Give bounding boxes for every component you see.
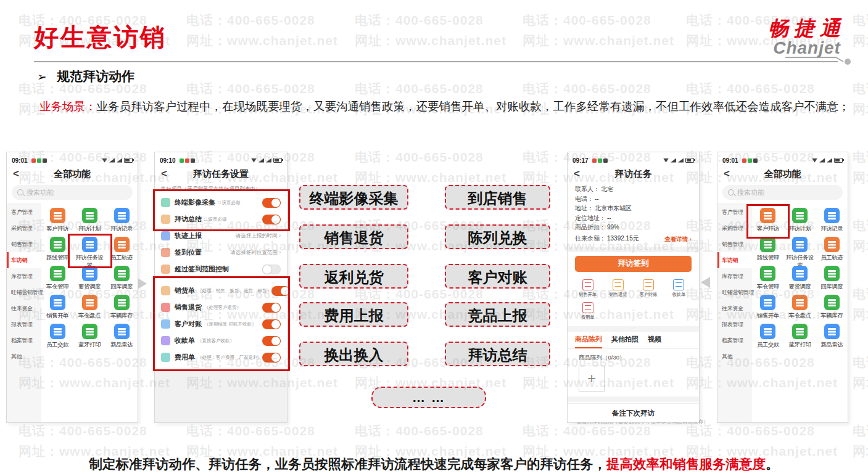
app-grid-item[interactable]: 蓝牙打印: [784, 324, 816, 353]
app-grid-item[interactable]: 蓝牙打印: [73, 324, 105, 353]
toggle-off[interactable]: [262, 265, 281, 274]
search-input[interactable]: 搜索功能: [722, 185, 843, 200]
app-grid-item[interactable]: 员工交款: [41, 324, 73, 353]
flow-button[interactable]: 换出换入: [299, 342, 408, 366]
app-grid-item[interactable]: 回库调度: [105, 266, 138, 295]
status-bar: 09:01: [7, 152, 138, 166]
app-grid-item[interactable]: 车仓盘点: [73, 295, 105, 324]
notification-icon: [598, 158, 602, 163]
app-grid-item[interactable]: 拜访记录: [105, 208, 138, 237]
app-grid-item[interactable]: 车仓管理: [752, 266, 784, 295]
sidebar-item[interactable]: 往来资金: [717, 300, 752, 316]
sidebar-item[interactable]: 旺铺营销管理: [717, 284, 752, 300]
tab-2[interactable]: 其他拍照: [611, 335, 639, 348]
setting-row[interactable]: 签到位置请选择签到位置范围 ›: [155, 244, 287, 261]
setting-link[interactable]: 请选择上报的时间 ›: [236, 232, 281, 240]
setting-row[interactable]: 超过签到范围控制: [155, 261, 287, 277]
setting-link[interactable]: 请选择签到位置范围 ›: [230, 249, 281, 256]
sidebar-item[interactable]: 报表管理: [717, 316, 752, 332]
flow-button[interactable]: 返利兑货: [299, 264, 408, 289]
visit-action[interactable]: 收款单: [664, 279, 694, 298]
app-grid-item[interactable]: 拜访任务设置: [784, 237, 816, 266]
app-grid-item[interactable]: 车辆库存: [105, 295, 138, 324]
visit-action[interactable]: 销售开单: [572, 279, 603, 298]
visit-signin-button[interactable]: 拜访签到: [575, 256, 692, 272]
app-grid-item[interactable]: 回库调度: [816, 266, 848, 295]
app-grid-item[interactable]: 拜访记录: [816, 208, 848, 237]
app-grid-item[interactable]: 车仓盘点: [784, 295, 816, 324]
app-grid-item[interactable]: 车辆库存: [816, 295, 848, 324]
sidebar-item[interactable]: 档案管理: [717, 332, 752, 348]
app-icon-label: 销售开单: [41, 312, 73, 320]
sidebar-item[interactable]: 库存管理: [717, 268, 752, 284]
battery-icon: [124, 158, 133, 163]
flow-button[interactable]: 终端影像采集: [299, 185, 408, 210]
flow-button[interactable]: 竞品上报: [445, 302, 550, 327]
visit-action[interactable]: 费用单: [572, 302, 603, 321]
back-icon[interactable]: <: [724, 166, 730, 182]
sidebar-item[interactable]: 采购管理: [7, 220, 41, 236]
watermark-phone-text: 电话：400-665-0028: [523, 78, 674, 99]
app-grid-item[interactable]: 员工轨迹: [816, 237, 848, 266]
back-icon[interactable]: <: [13, 166, 19, 182]
back-icon[interactable]: <: [161, 166, 167, 182]
sidebar-item[interactable]: 其他: [717, 348, 752, 364]
add-photo-button[interactable]: +: [579, 366, 605, 392]
watermark-phone-text: 电话：400-665-0028: [523, 10, 674, 30]
app-grid-item[interactable]: 客户拜访: [41, 208, 73, 237]
setting-icon: [161, 231, 170, 240]
app-grid-item[interactable]: 拜访计划: [73, 208, 105, 237]
back-icon[interactable]: <: [574, 166, 580, 182]
visit-action[interactable]: 销售退货: [603, 279, 633, 298]
app-icon-label: 要货调度: [73, 283, 105, 291]
app-grid-item[interactable]: 新品雷达: [816, 324, 848, 353]
app-grid-item[interactable]: 要货调度: [784, 266, 816, 295]
flow-button[interactable]: 销售退货: [299, 224, 408, 249]
sidebar-item[interactable]: 客户管理: [7, 204, 41, 220]
search-placeholder: 搜索功能: [737, 188, 764, 197]
flow-button[interactable]: 到店销售: [445, 185, 550, 210]
flow-button[interactable]: 陈列兑换: [445, 224, 550, 249]
app-grid-item[interactable]: 销售开单: [41, 295, 73, 324]
sidebar-item[interactable]: 车访销: [7, 252, 41, 268]
next-visit-note-button[interactable]: 备注下次拜访: [568, 403, 699, 422]
watermark-tile: 电话：400-665-0028网址：www.chanjet.net: [853, 10, 868, 51]
sidebar-item[interactable]: 档案管理: [7, 332, 41, 348]
tab-1[interactable]: 商品陈列: [575, 335, 602, 348]
app-grid-item[interactable]: 要货调度: [73, 266, 105, 295]
watermark-phone-text: 电话：400-665-0028: [355, 421, 506, 441]
sidebar-item[interactable]: 库存管理: [7, 268, 41, 284]
watermark-phone-text: 电话：400-665-0028: [19, 421, 170, 441]
app-grid-item[interactable]: 车仓管理: [41, 266, 73, 295]
sidebar-item[interactable]: 报表管理: [7, 316, 41, 332]
sidebar-item[interactable]: 旺铺营销管理: [7, 284, 41, 300]
tab-3[interactable]: 视频: [648, 335, 661, 348]
app-grid-item[interactable]: 新品雷达: [105, 324, 138, 353]
watermark-phone-text: 电话：400-665-0028: [355, 78, 506, 99]
visit-info: 联系人：北宅电话：--地址：北京市东城区定位地址：--商品折扣：99%往来余额：…: [568, 182, 699, 247]
wifi-icon: [102, 158, 107, 163]
search-input[interactable]: 搜索功能: [12, 185, 133, 200]
watermark-phone-text: 电话：400-665-0028: [186, 10, 338, 30]
flow-button[interactable]: 客户对账: [445, 264, 550, 289]
app-grid-item[interactable]: 员工交款: [752, 324, 784, 353]
sidebar-item[interactable]: 销售管理: [7, 236, 41, 252]
sidebar-item[interactable]: 车访销: [717, 252, 752, 268]
visit-info-value: 北京市东城区: [595, 203, 632, 213]
flow-button[interactable]: 拜访总结: [445, 342, 550, 366]
phone-screenshot-all-functions-1: 09:01 < 全部功能 搜索功能 客户管理采购管理销售管理车访销库存管理旺铺营…: [6, 152, 138, 423]
app-icon-label: 车仓盘点: [784, 312, 816, 320]
app-icon-label: 车仓盘点: [73, 312, 105, 320]
app-grid-item[interactable]: 销售开单: [752, 295, 784, 324]
sidebar-item[interactable]: 其他: [7, 348, 41, 364]
view-details-link[interactable]: 查看详情 ›: [664, 232, 692, 245]
setting-icon: [161, 248, 170, 257]
watermark-site-text: 网址：www.chanjet.net: [853, 167, 868, 187]
sidebar-item[interactable]: 往来资金: [7, 300, 41, 316]
flow-button[interactable]: 费用上报: [299, 302, 408, 327]
watermark-tile: 电话：400-665-0028网址：www.chanjet.net: [355, 10, 506, 51]
app-grid-item[interactable]: 路线管理: [752, 237, 784, 266]
visit-action[interactable]: 客户对账: [634, 279, 664, 298]
visit-info-value: 13392.15元: [607, 234, 639, 244]
flow-more-button[interactable]: … …: [371, 387, 486, 408]
